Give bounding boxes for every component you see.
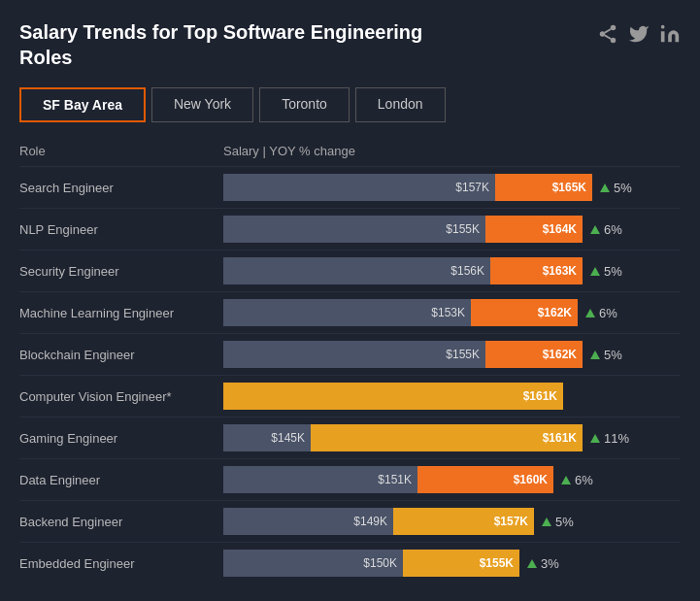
- role-name: Machine Learning Engineer: [19, 306, 223, 320]
- table-row: Data Engineer $151K $160K 6%: [19, 458, 681, 500]
- change-info: 5%: [542, 515, 574, 529]
- curr-salary-label: $162K: [538, 306, 572, 319]
- header: Salary Trends for Top Software Engineeri…: [19, 19, 681, 70]
- svg-point-2: [611, 38, 617, 43]
- prev-salary-label: $149K: [353, 515, 387, 528]
- change-info: 6%: [590, 222, 622, 237]
- arrow-up-icon: [590, 434, 600, 443]
- table-row: NLP Engineer $155K $164K 6%: [19, 208, 681, 250]
- bar-previous: $155K: [223, 216, 485, 243]
- tab-new-york[interactable]: New York: [151, 87, 253, 122]
- change-info: 3%: [527, 556, 559, 571]
- arrow-up-icon: [590, 351, 600, 359]
- share-icon[interactable]: [597, 23, 618, 45]
- bar-current: $164K: [485, 216, 583, 243]
- change-percent: 6%: [575, 473, 593, 487]
- prev-salary-label: $157K: [455, 181, 489, 194]
- bar-container: $161K: [223, 383, 681, 410]
- bar-previous: $156K: [223, 257, 490, 284]
- change-info: 11%: [590, 431, 629, 446]
- bar-container: $145K $161K 11%: [223, 424, 681, 451]
- bar-current: $161K: [311, 424, 583, 451]
- prev-salary-label: $151K: [378, 473, 412, 486]
- tab-bar: SF Bay Area New York Toronto London: [19, 87, 681, 122]
- prev-salary-label: $155K: [446, 222, 480, 236]
- arrow-up-icon: [561, 476, 571, 484]
- data-table: Search Engineer $157K $165K 5% NLP Engin…: [19, 166, 681, 584]
- change-info: 5%: [590, 348, 622, 362]
- bar-container: $156K $163K 5%: [223, 257, 681, 284]
- bar-previous: $157K: [223, 174, 495, 201]
- curr-salary-label: $164K: [543, 222, 577, 236]
- svg-point-5: [661, 25, 665, 29]
- change-info: 6%: [585, 306, 617, 320]
- change-percent: 6%: [599, 306, 617, 320]
- role-name: Embedded Engineer: [19, 556, 223, 571]
- role-name: Data Engineer: [19, 473, 223, 487]
- change-info: 5%: [590, 264, 622, 279]
- svg-line-3: [605, 35, 611, 39]
- bar-container: $151K $160K 6%: [223, 466, 681, 493]
- svg-line-4: [605, 29, 611, 33]
- change-percent: 5%: [604, 264, 622, 279]
- change-info: 6%: [561, 473, 593, 487]
- table-row: Machine Learning Engineer $153K $162K 6%: [19, 291, 681, 333]
- change-percent: 3%: [541, 556, 559, 571]
- bar-container: $149K $157K 5%: [223, 508, 681, 535]
- arrow-up-icon: [527, 559, 537, 568]
- change-percent: 5%: [555, 515, 574, 529]
- prev-salary-label: $153K: [431, 306, 465, 319]
- prev-salary-label: $145K: [271, 431, 305, 445]
- column-headers: Role Salary | YOY % change: [19, 144, 681, 158]
- bar-current: $162K: [471, 299, 578, 326]
- change-percent: 5%: [614, 181, 632, 195]
- prev-salary-label: $156K: [450, 264, 484, 278]
- curr-salary-label: $155K: [480, 556, 514, 570]
- table-row: Search Engineer $157K $165K 5%: [19, 166, 681, 208]
- bar-container: $155K $162K 5%: [223, 341, 681, 368]
- change-percent: 5%: [604, 348, 622, 362]
- curr-salary-label: $161K: [523, 389, 557, 403]
- bar-container: $157K $165K 5%: [223, 174, 681, 201]
- col-header-role: Role: [19, 144, 223, 158]
- arrow-up-icon: [585, 309, 595, 317]
- change-info: 5%: [600, 181, 632, 195]
- arrow-up-icon: [542, 518, 551, 526]
- prev-salary-label: $155K: [446, 348, 480, 361]
- arrow-up-icon: [590, 267, 600, 276]
- bar-previous: $153K: [223, 299, 471, 326]
- tab-london[interactable]: London: [355, 87, 446, 122]
- bar-container: $153K $162K 6%: [223, 299, 681, 326]
- bar-container: $150K $155K 3%: [223, 550, 681, 577]
- twitter-icon[interactable]: [628, 23, 650, 45]
- role-name: Blockchain Engineer: [19, 348, 223, 362]
- bar-current: $160K: [417, 466, 553, 493]
- bar-previous: $150K: [223, 550, 403, 577]
- curr-salary-label: $162K: [543, 348, 577, 361]
- prev-salary-label: $150K: [363, 556, 397, 570]
- linkedin-icon[interactable]: [659, 23, 681, 45]
- bar-container: $155K $164K 6%: [223, 216, 681, 243]
- change-percent: 11%: [604, 431, 629, 446]
- social-icons: [597, 23, 681, 45]
- table-row: Security Engineer $156K $163K 5%: [19, 250, 681, 291]
- bar-current: $161K: [223, 383, 563, 410]
- table-row: Blockchain Engineer $155K $162K 5%: [19, 333, 681, 375]
- arrow-up-icon: [600, 184, 610, 192]
- role-name: Search Engineer: [19, 181, 223, 195]
- tab-toronto[interactable]: Toronto: [259, 87, 350, 122]
- role-name: Security Engineer: [19, 264, 223, 279]
- bar-current: $165K: [495, 174, 592, 201]
- table-row: Embedded Engineer $150K $155K 3%: [19, 542, 681, 584]
- svg-point-1: [600, 31, 606, 37]
- tab-sf-bay-area[interactable]: SF Bay Area: [19, 87, 146, 122]
- bar-current: $157K: [393, 508, 534, 535]
- role-name: Gaming Engineer: [19, 431, 223, 446]
- curr-salary-label: $161K: [543, 431, 577, 445]
- bar-current: $162K: [485, 341, 583, 368]
- table-row: Gaming Engineer $145K $161K 11%: [19, 417, 681, 458]
- bar-previous: $155K: [223, 341, 485, 368]
- curr-salary-label: $157K: [494, 515, 528, 528]
- bar-previous: $149K: [223, 508, 393, 535]
- bar-current: $155K: [403, 550, 519, 577]
